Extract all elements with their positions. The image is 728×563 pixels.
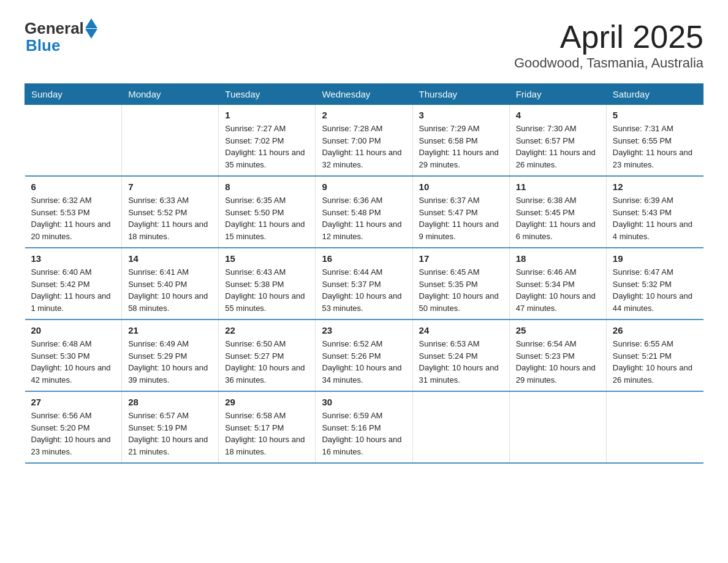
calendar-cell: 28Sunrise: 6:57 AMSunset: 5:19 PMDayligh…: [122, 391, 219, 463]
day-number: 3: [419, 110, 503, 120]
calendar-cell: 25Sunrise: 6:54 AMSunset: 5:23 PMDayligh…: [509, 320, 606, 391]
calendar-cell: 16Sunrise: 6:44 AMSunset: 5:37 PMDayligh…: [316, 248, 412, 320]
weekday-header: Monday: [122, 84, 219, 105]
day-number: 13: [31, 253, 116, 264]
day-info: Sunrise: 6:35 AMSunset: 5:50 PMDaylight:…: [225, 194, 309, 242]
day-info: Sunrise: 7:29 AMSunset: 6:58 PMDaylight:…: [419, 123, 503, 170]
day-number: 30: [322, 397, 406, 407]
day-info: Sunrise: 6:39 AMSunset: 5:43 PMDaylight:…: [613, 194, 697, 242]
page-subtitle: Goodwood, Tasmania, Australia: [514, 55, 703, 71]
logo-blue-text: Blue: [26, 36, 60, 55]
day-info: Sunrise: 6:36 AMSunset: 5:48 PMDaylight:…: [322, 194, 406, 242]
day-number: 9: [322, 182, 406, 192]
day-info: Sunrise: 6:54 AMSunset: 5:23 PMDaylight:…: [516, 338, 600, 386]
day-number: 5: [613, 110, 697, 120]
calendar-cell: 8Sunrise: 6:35 AMSunset: 5:50 PMDaylight…: [219, 176, 316, 248]
day-number: 20: [31, 325, 116, 335]
day-number: 18: [516, 253, 600, 264]
day-number: 24: [419, 325, 503, 335]
day-number: 17: [419, 253, 503, 264]
calendar-cell: 15Sunrise: 6:43 AMSunset: 5:38 PMDayligh…: [219, 248, 316, 320]
day-info: Sunrise: 7:30 AMSunset: 6:57 PMDaylight:…: [516, 123, 600, 170]
calendar-cell: 4Sunrise: 7:30 AMSunset: 6:57 PMDaylight…: [509, 105, 606, 177]
calendar-week-row: 1Sunrise: 7:27 AMSunset: 7:02 PMDaylight…: [25, 105, 703, 177]
day-info: Sunrise: 6:38 AMSunset: 5:45 PMDaylight:…: [516, 194, 600, 242]
day-info: Sunrise: 6:32 AMSunset: 5:53 PMDaylight:…: [31, 194, 116, 242]
day-number: 23: [322, 325, 406, 335]
day-info: Sunrise: 7:31 AMSunset: 6:55 PMDaylight:…: [613, 123, 697, 170]
day-info: Sunrise: 6:37 AMSunset: 5:47 PMDaylight:…: [419, 194, 503, 242]
day-number: 28: [128, 397, 212, 407]
calendar-cell: 20Sunrise: 6:48 AMSunset: 5:30 PMDayligh…: [25, 320, 122, 391]
page-title: April 2025: [514, 18, 703, 55]
day-info: Sunrise: 6:44 AMSunset: 5:37 PMDaylight:…: [322, 266, 406, 314]
calendar-week-row: 27Sunrise: 6:56 AMSunset: 5:20 PMDayligh…: [25, 391, 703, 463]
calendar-cell: 17Sunrise: 6:45 AMSunset: 5:35 PMDayligh…: [412, 248, 509, 320]
day-info: Sunrise: 6:46 AMSunset: 5:34 PMDaylight:…: [516, 266, 600, 314]
day-info: Sunrise: 6:59 AMSunset: 5:16 PMDaylight:…: [322, 410, 406, 458]
calendar-cell: [509, 391, 606, 463]
calendar-cell: 23Sunrise: 6:52 AMSunset: 5:26 PMDayligh…: [316, 320, 412, 391]
day-info: Sunrise: 6:50 AMSunset: 5:27 PMDaylight:…: [225, 338, 309, 386]
weekday-header: Saturday: [606, 84, 703, 105]
weekday-header: Sunday: [25, 84, 122, 105]
day-info: Sunrise: 6:40 AMSunset: 5:42 PMDaylight:…: [31, 266, 116, 314]
day-number: 4: [516, 110, 600, 120]
day-number: 10: [419, 182, 503, 192]
day-number: 15: [225, 253, 309, 264]
day-info: Sunrise: 6:55 AMSunset: 5:21 PMDaylight:…: [613, 338, 697, 386]
calendar-cell: 13Sunrise: 6:40 AMSunset: 5:42 PMDayligh…: [25, 248, 122, 320]
day-info: Sunrise: 6:56 AMSunset: 5:20 PMDaylight:…: [31, 410, 116, 458]
weekday-header: Wednesday: [316, 84, 412, 105]
calendar-week-row: 6Sunrise: 6:32 AMSunset: 5:53 PMDaylight…: [25, 176, 703, 248]
calendar-cell: 18Sunrise: 6:46 AMSunset: 5:34 PMDayligh…: [509, 248, 606, 320]
calendar-header-row: SundayMondayTuesdayWednesdayThursdayFrid…: [25, 84, 703, 105]
calendar-cell: 11Sunrise: 6:38 AMSunset: 5:45 PMDayligh…: [509, 176, 606, 248]
calendar-cell: 2Sunrise: 7:28 AMSunset: 7:00 PMDaylight…: [316, 105, 412, 177]
calendar-cell: 9Sunrise: 6:36 AMSunset: 5:48 PMDaylight…: [316, 176, 412, 248]
calendar-cell: 27Sunrise: 6:56 AMSunset: 5:20 PMDayligh…: [25, 391, 122, 463]
day-number: 16: [322, 253, 406, 264]
calendar-cell: 1Sunrise: 7:27 AMSunset: 7:02 PMDaylight…: [219, 105, 316, 177]
logo-general-text: General: [25, 19, 84, 38]
calendar-cell: 29Sunrise: 6:58 AMSunset: 5:17 PMDayligh…: [219, 391, 316, 463]
day-info: Sunrise: 6:43 AMSunset: 5:38 PMDaylight:…: [225, 266, 309, 314]
day-info: Sunrise: 6:49 AMSunset: 5:29 PMDaylight:…: [128, 338, 212, 386]
day-number: 7: [128, 182, 212, 192]
calendar-cell: 19Sunrise: 6:47 AMSunset: 5:32 PMDayligh…: [606, 248, 703, 320]
calendar-table: SundayMondayTuesdayWednesdayThursdayFrid…: [25, 83, 703, 464]
calendar-cell: 26Sunrise: 6:55 AMSunset: 5:21 PMDayligh…: [606, 320, 703, 391]
calendar-week-row: 13Sunrise: 6:40 AMSunset: 5:42 PMDayligh…: [25, 248, 703, 320]
day-number: 11: [516, 182, 600, 192]
day-info: Sunrise: 6:48 AMSunset: 5:30 PMDaylight:…: [31, 338, 116, 386]
calendar-cell: 10Sunrise: 6:37 AMSunset: 5:47 PMDayligh…: [412, 176, 509, 248]
day-number: 21: [128, 325, 212, 335]
day-info: Sunrise: 6:33 AMSunset: 5:52 PMDaylight:…: [128, 194, 212, 242]
day-number: 22: [225, 325, 309, 335]
calendar-cell: 12Sunrise: 6:39 AMSunset: 5:43 PMDayligh…: [606, 176, 703, 248]
weekday-header: Friday: [509, 84, 606, 105]
day-info: Sunrise: 6:57 AMSunset: 5:19 PMDaylight:…: [128, 410, 212, 458]
day-number: 25: [516, 325, 600, 335]
calendar-cell: 30Sunrise: 6:59 AMSunset: 5:16 PMDayligh…: [316, 391, 412, 463]
calendar-cell: 21Sunrise: 6:49 AMSunset: 5:29 PMDayligh…: [122, 320, 219, 391]
day-info: Sunrise: 6:45 AMSunset: 5:35 PMDaylight:…: [419, 266, 503, 314]
day-number: 8: [225, 182, 309, 192]
day-info: Sunrise: 7:27 AMSunset: 7:02 PMDaylight:…: [225, 123, 309, 170]
calendar-cell: 3Sunrise: 7:29 AMSunset: 6:58 PMDaylight…: [412, 105, 509, 177]
logo: General Blue: [25, 18, 97, 55]
page-header: General Blue April 2025 Goodwood, Tasman…: [25, 18, 703, 71]
weekday-header: Thursday: [412, 84, 509, 105]
calendar-cell: [606, 391, 703, 463]
day-info: Sunrise: 6:47 AMSunset: 5:32 PMDaylight:…: [613, 266, 697, 314]
day-info: Sunrise: 6:41 AMSunset: 5:40 PMDaylight:…: [128, 266, 212, 314]
calendar-cell: [25, 105, 122, 177]
day-number: 14: [128, 253, 212, 264]
day-number: 1: [225, 110, 309, 120]
calendar-cell: 24Sunrise: 6:53 AMSunset: 5:24 PMDayligh…: [412, 320, 509, 391]
calendar-cell: 5Sunrise: 7:31 AMSunset: 6:55 PMDaylight…: [606, 105, 703, 177]
day-number: 6: [31, 182, 116, 192]
day-number: 19: [613, 253, 697, 264]
calendar-cell: 6Sunrise: 6:32 AMSunset: 5:53 PMDaylight…: [25, 176, 122, 248]
day-number: 26: [613, 325, 697, 335]
